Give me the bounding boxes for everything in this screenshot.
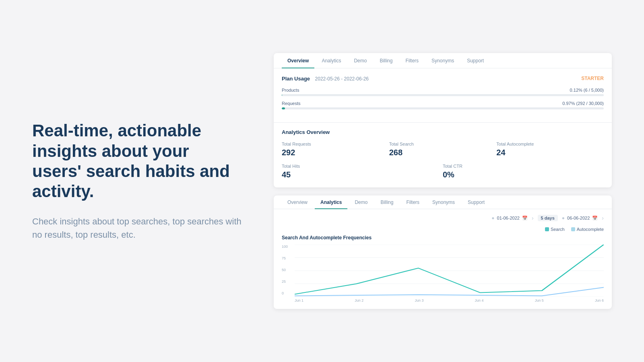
y-label-100: 100 xyxy=(282,245,291,249)
stat-total-autocomplete: Total Autocomplete 24 xyxy=(496,142,604,157)
chart-svg xyxy=(295,245,604,297)
bottom-card: Overview Analytics Demo Billing Filters … xyxy=(274,195,612,309)
x-label-jun4: Jun 4 xyxy=(475,298,484,302)
tab-synonyms-top[interactable]: Synonyms xyxy=(426,53,460,68)
legend-label-autocomplete: Autocomplete xyxy=(577,227,604,232)
tab-filters-bottom[interactable]: Filters xyxy=(400,195,425,209)
top-nav: Overview Analytics Demo Billing Filters … xyxy=(274,53,612,68)
tab-synonyms-bottom[interactable]: Synonyms xyxy=(427,195,460,209)
tab-overview-top[interactable]: Overview xyxy=(282,53,314,68)
date-to-value: 06-06-2022 xyxy=(567,216,590,220)
chart-plot-area: Jun 1 Jun 2 Jun 3 Jun 4 Jun 5 Jun 6 xyxy=(295,245,604,302)
top-card: Overview Analytics Demo Billing Filters … xyxy=(274,53,612,187)
requests-label: Requests xyxy=(282,101,300,106)
chart-container: 100 75 50 25 0 xyxy=(282,245,604,302)
tab-demo-top[interactable]: Demo xyxy=(348,53,372,68)
legend-search: Search xyxy=(545,227,565,232)
legend-autocomplete: Autocomplete xyxy=(571,227,604,232)
stat-label-total-search: Total Search xyxy=(389,142,497,146)
x-label-jun3: Jun 3 xyxy=(415,298,423,302)
plan-usage-date: 2022-05-26 - 2022-06-26 xyxy=(315,76,369,82)
arrow-icon: › xyxy=(532,215,534,221)
page-wrapper: Real-time, actionable insights about you… xyxy=(0,0,644,362)
y-label-25: 25 xyxy=(282,280,291,284)
x-label-jun5: Jun 5 xyxy=(535,298,544,302)
date-to-control[interactable]: ● 06-06-2022 📅 xyxy=(562,215,598,221)
plan-usage-section: Plan Usage 2022-05-26 - 2022-06-26 START… xyxy=(274,68,612,122)
stat-label-total-ctr: Total CTR xyxy=(443,164,604,169)
y-label-50: 50 xyxy=(282,268,291,272)
stat-value-total-search: 268 xyxy=(389,148,497,157)
products-usage-row: Products 0.12% (6 / 5,000) xyxy=(282,88,604,96)
products-label: Products xyxy=(282,88,299,93)
stat-value-total-requests: 292 xyxy=(282,148,389,157)
legend-label-search: Search xyxy=(551,227,565,232)
analytics-overview-title: Analytics Overview xyxy=(282,129,604,135)
tab-filters-top[interactable]: Filters xyxy=(400,53,424,68)
tab-demo-bottom[interactable]: Demo xyxy=(349,195,373,209)
bottom-nav: Overview Analytics Demo Billing Filters … xyxy=(274,195,612,209)
tab-billing-bottom[interactable]: Billing xyxy=(375,195,399,209)
stat-total-search: Total Search 268 xyxy=(389,142,497,157)
x-label-jun2: Jun 2 xyxy=(355,298,363,302)
products-progress-bg xyxy=(282,94,604,96)
analytics-overview-section: Analytics Overview Total Requests 292 To… xyxy=(274,123,612,187)
requests-value: 0.97% (292 / 30,000) xyxy=(562,101,604,106)
stat-total-hits: Total Hits 45 xyxy=(282,164,443,179)
right-panel: Overview Analytics Demo Billing Filters … xyxy=(274,53,612,309)
requests-usage-row: Requests 0.97% (292 / 30,000) xyxy=(282,101,604,109)
date-from-value: 01-06-2022 xyxy=(497,216,520,220)
stat-label-total-requests: Total Requests xyxy=(282,142,389,146)
subtext: Check insights about top searches, top s… xyxy=(32,215,242,241)
stat-total-ctr: Total CTR 0% xyxy=(443,164,604,179)
chart-body: ● 01-06-2022 📅 › 5 days ● 06-06-2022 📅 › xyxy=(274,209,612,309)
chart-controls: ● 01-06-2022 📅 › 5 days ● 06-06-2022 📅 › xyxy=(282,215,604,221)
plan-usage-title: Plan Usage xyxy=(282,76,310,82)
left-panel: Real-time, actionable insights about you… xyxy=(32,121,242,241)
legend-dot-search xyxy=(545,227,549,231)
stats-grid-row1: Total Requests 292 Total Search 268 Tota… xyxy=(282,142,604,157)
date-from-control[interactable]: ● 01-06-2022 📅 xyxy=(491,215,528,221)
plan-badge: STARTER xyxy=(581,76,604,81)
tab-overview-bottom[interactable]: Overview xyxy=(282,195,313,209)
stats-grid-row2: Total Hits 45 Total CTR 0% xyxy=(282,164,604,179)
stat-value-total-ctr: 0% xyxy=(443,170,604,179)
x-axis: Jun 1 Jun 2 Jun 3 Jun 4 Jun 5 Jun 6 xyxy=(295,297,604,302)
y-label-75: 75 xyxy=(282,256,291,260)
requests-progress-fill xyxy=(282,107,285,109)
y-label-0: 0 xyxy=(282,291,291,295)
legend-dot-autocomplete xyxy=(571,227,575,231)
tab-analytics-top[interactable]: Analytics xyxy=(316,53,347,68)
arrow-right-icon: › xyxy=(602,215,604,221)
stat-total-requests: Total Requests 292 xyxy=(282,142,389,157)
tab-billing-top[interactable]: Billing xyxy=(374,53,398,68)
y-axis: 100 75 50 25 0 xyxy=(282,245,295,302)
stat-label-total-hits: Total Hits xyxy=(282,164,443,169)
chart-legend: Search Autocomplete xyxy=(282,227,604,232)
chart-title: Search And Autocomplete Frequencies xyxy=(282,235,604,241)
stat-value-total-autocomplete: 24 xyxy=(496,148,604,157)
products-value: 0.12% (6 / 5,000) xyxy=(570,88,604,93)
x-label-jun6: Jun 6 xyxy=(595,298,604,302)
stat-label-total-autocomplete: Total Autocomplete xyxy=(496,142,604,146)
requests-progress-bg xyxy=(282,107,604,109)
tab-analytics-bottom[interactable]: Analytics xyxy=(315,195,347,209)
tab-support-top[interactable]: Support xyxy=(461,53,489,68)
x-label-jun1: Jun 1 xyxy=(295,298,303,302)
stat-value-total-hits: 45 xyxy=(282,170,443,179)
headline: Real-time, actionable insights about you… xyxy=(32,121,242,202)
tab-support-bottom[interactable]: Support xyxy=(462,195,490,209)
days-badge: 5 days xyxy=(538,215,558,221)
products-progress-fill xyxy=(282,94,282,96)
